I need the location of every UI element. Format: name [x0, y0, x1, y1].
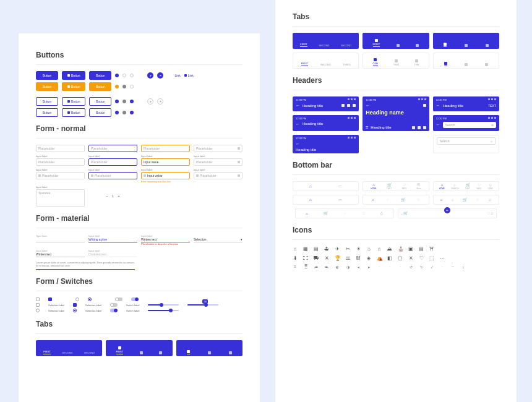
chevron-down-icon: ▾	[241, 237, 242, 241]
button-accent[interactable]: Button	[36, 82, 58, 91]
labeled-input-focus[interactable]: Placeholder	[88, 158, 137, 166]
tab-bar-b: FIRST	[363, 33, 429, 49]
slider[interactable]	[148, 304, 179, 306]
button-accent-icon[interactable]: Button	[62, 82, 85, 91]
stepper-minus[interactable]: −	[106, 194, 108, 198]
glyph-icon: ⬚	[429, 255, 434, 261]
back-icon[interactable]: ←	[436, 103, 440, 108]
checkbox[interactable]	[36, 303, 40, 307]
tab-icon-2[interactable]	[140, 351, 143, 354]
radio-on[interactable]	[88, 297, 92, 301]
fab-close[interactable]: ×	[157, 72, 163, 79]
material-select[interactable]: Selection▾	[194, 237, 242, 242]
glyph-icon: ♡	[419, 255, 424, 261]
fab-button[interactable]: +	[444, 207, 450, 213]
text-input-focus[interactable]: Placeholder	[88, 145, 137, 152]
icon-input-value[interactable]: Input value	[141, 172, 190, 179]
back-icon[interactable]: ←	[296, 122, 300, 126]
tab-icon-1[interactable]: FIRST	[116, 346, 124, 354]
glyph-icon: ◑	[345, 265, 350, 269]
button-outline-b-icon[interactable]: Button	[62, 108, 85, 117]
back-icon[interactable]: ←	[436, 122, 440, 127]
tab-bar-white-a: FIRST SECOND THIRD	[293, 53, 359, 69]
fab-plus-outline[interactable]: +	[147, 98, 153, 105]
link-text[interactable]: Link	[174, 74, 180, 77]
link-icon-text[interactable]: Link	[184, 74, 194, 77]
button-primary-icon[interactable]: Button	[62, 71, 85, 80]
icon-input[interactable]: Placeholder	[36, 172, 85, 179]
button-row-filled: Button Button Button + × Link Link	[36, 71, 242, 80]
tab-first[interactable]: FIRST	[43, 350, 51, 354]
glyph-icon: ▤	[419, 246, 424, 252]
checkbox-off[interactable]	[36, 297, 40, 301]
radio-off[interactable]	[75, 297, 79, 301]
labeled-input-icon[interactable]: Placeholder	[194, 158, 242, 166]
button-outline-b-3[interactable]: Button	[89, 108, 111, 117]
cart-icon[interactable]	[418, 126, 421, 129]
stepper-plus[interactable]: +	[118, 194, 120, 198]
material-error-text: Placeholder to describe a function	[141, 242, 190, 246]
back-icon[interactable]: ←	[366, 103, 370, 108]
tab-icon-3[interactable]	[159, 351, 162, 354]
back-icon[interactable]: ←	[296, 103, 300, 108]
button-accent-3[interactable]: Button	[89, 82, 111, 91]
switch[interactable]	[110, 303, 118, 307]
switch-on[interactable]	[131, 297, 139, 301]
button-primary[interactable]: Button	[36, 71, 58, 80]
bb-cart[interactable]: ▭	[338, 184, 342, 188]
glyph-icon: ⛴	[324, 246, 329, 252]
material-input-error[interactable]: Written text	[141, 237, 190, 242]
glyph-icon: ☀	[356, 246, 361, 252]
heart-icon[interactable]	[341, 104, 345, 107]
checkbox-on[interactable]	[48, 297, 52, 301]
fab-plus[interactable]: +	[147, 72, 153, 79]
labeled-input-value[interactable]: Input value	[141, 158, 190, 166]
checkbox-on[interactable]	[73, 303, 77, 307]
text-input[interactable]: Placeholder	[36, 145, 85, 152]
section-icons: Icons	[293, 226, 499, 234]
tab-second-b[interactable]: SECOND	[84, 351, 95, 354]
text-input-trailing-icon[interactable]: Placeholder	[194, 145, 242, 152]
glyph-icon: 🏆	[335, 255, 340, 261]
button-outline[interactable]: Button	[36, 97, 58, 106]
tab-bar-white-b: ONE TWO TRE	[363, 53, 429, 69]
glyph-icon: ▸	[366, 265, 371, 269]
radio-on[interactable]	[73, 309, 77, 312]
button-outline-icon[interactable]: Button	[62, 97, 85, 106]
material-input-active[interactable]: Writing active	[88, 237, 137, 242]
glyph-icon: ↺	[408, 265, 413, 269]
text-input-error[interactable]: Placeholder	[141, 145, 190, 152]
textarea[interactable]: Textarea	[36, 189, 85, 207]
slider-2[interactable]	[148, 310, 179, 311]
bb-home[interactable]: ⌂	[309, 184, 312, 188]
search-icon[interactable]	[423, 104, 426, 107]
stepper[interactable]: −1+	[88, 194, 137, 198]
material-input-filled[interactable]: Written text	[36, 252, 85, 257]
bottombar-fab-2: ⌂ 🛒 + ♡ ☺	[398, 208, 497, 218]
button-primary-3[interactable]: Button	[89, 71, 111, 80]
text-action[interactable]: TEXT	[488, 104, 496, 108]
search-icon[interactable]	[353, 104, 356, 107]
heart-icon[interactable]	[412, 126, 415, 129]
fab-close-outline[interactable]: ×	[157, 98, 163, 105]
clear-icon[interactable]: ⊗	[491, 123, 494, 127]
button-outline-3[interactable]: Button	[89, 97, 111, 106]
search-input-white[interactable]: Search⌕	[437, 137, 496, 145]
button-outline-b[interactable]: Button	[36, 108, 58, 117]
search-input[interactable]: Search⊗	[443, 122, 496, 128]
switch-on[interactable]	[110, 309, 118, 312]
slider-badge[interactable]: 50	[187, 304, 218, 306]
menu-icon[interactable]: ☰	[366, 126, 368, 129]
icon-grid-3: ≡≣≔≕◐◑◂▸···↺↻⤢·↔⋮	[293, 265, 499, 269]
material-textarea[interactable]: Lorem ipsum dolor sit amet, consectetur …	[36, 261, 135, 270]
switch-off[interactable]	[115, 297, 122, 301]
cart-icon[interactable]	[347, 104, 350, 107]
icon-input-trailing[interactable]: Placeholder	[194, 172, 242, 179]
glyph-icon: ↻	[419, 265, 424, 269]
labeled-input[interactable]: Placeholder	[36, 158, 85, 166]
radio[interactable]	[36, 309, 40, 312]
search-icon[interactable]: ⌕	[491, 139, 492, 143]
icon-input-focus[interactable]: Placeholder	[88, 172, 137, 179]
search-icon[interactable]	[423, 126, 426, 129]
tab-second[interactable]: SECOND	[62, 351, 72, 354]
